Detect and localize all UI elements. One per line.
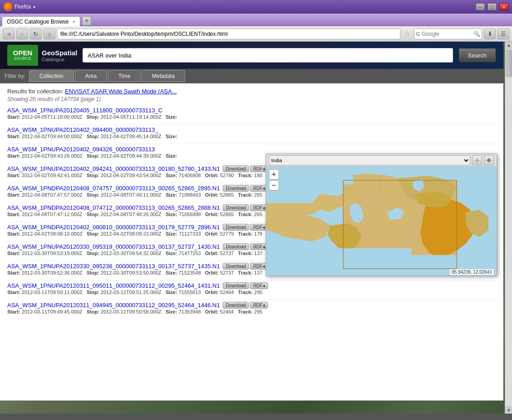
result-link-4[interactable]: ASA_WSM_1PNUPA20120402_094241_0000007331… <box>7 165 220 172</box>
divider-10 <box>7 299 496 300</box>
reload-button[interactable]: ↻ <box>30 29 42 39</box>
close-button[interactable]: × <box>499 3 508 10</box>
result-link-8[interactable]: ASA_WSM_1PNUPA20120330_095319_0000007331… <box>7 243 220 250</box>
divider-9 <box>7 280 496 280</box>
rdf-button-8[interactable]: RDF◂ <box>250 243 268 250</box>
scrollbar-down-arrow[interactable]: ▼ <box>505 406 512 414</box>
logo-catalogue: Catalogue <box>42 57 77 62</box>
zoom-in-button[interactable]: + <box>269 169 279 179</box>
collection-link[interactable]: ENVISAT ASAR Wide Swath Mode (ASA... <box>65 88 177 95</box>
site-header: OPEN SOURCE GeoSpatial Catalogue Search <box>0 42 503 69</box>
map-tool-pan-icon[interactable]: ✥ <box>484 155 494 165</box>
stop-label-1: Stop: <box>87 114 99 120</box>
download-button-9[interactable]: Download <box>223 263 249 270</box>
browser-titlebar: Firefox ▾ – □ × <box>0 0 512 14</box>
result-link-10[interactable]: ASA_WSM_1PNUPA20120311_095011_0000007331… <box>7 282 220 289</box>
download-button-10[interactable]: Download <box>223 282 249 289</box>
scrollbar-track[interactable]: ▲ ▼ <box>505 42 512 414</box>
result-item-11: ASA_WSM_1PNUPA20120311_094945_0000007331… <box>7 302 496 314</box>
tab-bar: OSGC Catalogue Browse × + <box>0 14 512 26</box>
map-location-select[interactable]: India <box>269 155 470 165</box>
zoom-controls: + – <box>269 169 279 190</box>
map-toolbar: India ⊹ ✥ <box>266 154 497 167</box>
result-link-3[interactable]: ASA_WSM_1PNUPA20120402_094326_0000007331… <box>7 146 155 153</box>
filter-bar: Filter by: Collection Area Time Metadata <box>0 69 503 83</box>
result-link-5[interactable]: ASA_WSM_1PNDPA20120408_074757_0000007331… <box>7 185 220 192</box>
back-button[interactable]: ◂ <box>3 29 15 39</box>
rdf-button-4[interactable]: RDF◂ <box>250 165 268 172</box>
firefox-dropdown[interactable]: ▾ <box>33 5 35 10</box>
result-link-11[interactable]: ASA_WSM_1PNUPA20120311_094945_0000007331… <box>7 302 220 309</box>
filter-label: Filter by: <box>5 73 25 79</box>
bookmark-icon[interactable]: ☆ <box>402 29 412 39</box>
logo-source: SOURCE <box>14 57 32 61</box>
site-search-button[interactable]: Search <box>458 48 496 63</box>
zoom-out-button[interactable]: – <box>269 180 279 190</box>
download-button-7[interactable]: Download <box>223 224 249 231</box>
rdf-button-9[interactable]: RDF◂ <box>250 263 268 270</box>
result-link-2[interactable]: ASA_WSM_1PNUPA20120402_094400_0000007331… <box>7 126 158 133</box>
rdf-button-6[interactable]: RDF◂ <box>250 204 268 211</box>
firefox-label: Firefox <box>15 4 31 10</box>
result-meta-10: Start: 2012-03-11T09:50:11.000Z Stop: 20… <box>7 290 496 295</box>
download-button-11[interactable]: Download <box>223 302 249 309</box>
result-meta-11: Start: 2012-03-11T09:49:45.000Z Stop: 20… <box>7 309 496 314</box>
forward-button[interactable]: ▸ <box>16 29 28 39</box>
tab-label: OSGC Catalogue Browse <box>7 19 69 25</box>
search-engine-icon: G <box>416 31 420 37</box>
url-input[interactable] <box>57 29 400 39</box>
nav-bar: ◂ ▸ ↻ ⌂ ☆ G 🔍 ⬇ ☰ <box>0 26 512 42</box>
scrollbar-up-arrow[interactable]: ▲ <box>505 42 512 49</box>
results-prefix: Results for collection: <box>7 88 63 95</box>
logo-geospatial: GeoSpatial <box>42 49 77 57</box>
browser-search-input[interactable] <box>414 29 482 39</box>
new-tab-button[interactable]: + <box>82 16 91 25</box>
result-meta-1: Start: 2012-04-05T11:18:00.000Z Stop: 20… <box>7 114 496 120</box>
logo-box: OPEN SOURCE <box>7 45 38 66</box>
home-button[interactable]: ⌂ <box>44 29 55 39</box>
rdf-button-10[interactable]: RDF◂ <box>250 282 268 289</box>
restore-button[interactable]: □ <box>488 3 497 10</box>
download-button-8[interactable]: Download <box>223 243 249 250</box>
logo-container: OPEN SOURCE GeoSpatial Catalogue <box>7 45 77 66</box>
tab-collection[interactable]: Collection <box>29 70 74 82</box>
active-tab[interactable]: OSGC Catalogue Browse × <box>2 16 80 26</box>
results-showing: Showing 20 results of 147704 (page 1) <box>7 96 496 102</box>
results-area: Results for collection: ENVISAT ASAR Wid… <box>0 83 503 401</box>
site-search-input[interactable] <box>83 48 453 63</box>
download-button-5[interactable]: Download <box>223 185 249 192</box>
logo-open: OPEN <box>13 49 33 57</box>
divider-2 <box>7 144 496 144</box>
download-button-4[interactable]: Download <box>223 165 249 172</box>
rdf-button-7[interactable]: RDF◂ <box>250 224 268 231</box>
result-link-7[interactable]: ASA_WSM_1PNDPA20120402_080810_0000007331… <box>7 224 220 231</box>
map-body[interactable]: + – 85.94239, 12.02641 <box>266 167 497 276</box>
rdf-button-11[interactable]: RDF◂ <box>250 302 268 309</box>
tab-close-icon[interactable]: × <box>73 19 75 24</box>
svg-rect-3 <box>266 248 411 276</box>
size-label-1: Size: <box>166 114 177 120</box>
result-meta-2: Start: 2012-04-02T09:44:00.000Z Stop: 20… <box>7 134 496 139</box>
map-tool-select-icon[interactable]: ⊹ <box>472 155 482 165</box>
map-coordinates: 85.94239, 12.02641 <box>450 269 494 275</box>
result-link-6[interactable]: ASA_WSM_1PNDPA20120408_074712_0000007331… <box>7 204 220 211</box>
browser-search-icon[interactable]: 🔍 <box>473 31 480 37</box>
scrollbar-thumb[interactable] <box>506 50 512 77</box>
download-button-6[interactable]: Download <box>223 204 249 211</box>
page-wrapper: OPEN SOURCE GeoSpatial Catalogue Search … <box>0 42 503 414</box>
logo-text: GeoSpatial Catalogue <box>42 49 77 62</box>
tab-area[interactable]: Area <box>75 70 107 82</box>
menu-button[interactable]: ☰ <box>497 29 509 39</box>
content-area: OPEN SOURCE GeoSpatial Catalogue Search … <box>0 42 512 414</box>
firefox-logo: Firefox ▾ <box>4 2 35 11</box>
result-link-9[interactable]: ASA_WSM_1PNUPA20120330_095236_0000007331… <box>7 263 220 270</box>
result-item-1: ASA_WSM_1PNUPA20120405_111800_0000007331… <box>7 107 496 120</box>
tab-time[interactable]: Time <box>108 70 141 82</box>
result-item-10: ASA_WSM_1PNUPA20120311_095011_0000007331… <box>7 282 496 295</box>
tab-metadata[interactable]: Metadata <box>141 70 185 82</box>
minimize-button[interactable]: – <box>476 3 485 10</box>
downloads-button[interactable]: ⬇ <box>484 29 496 39</box>
result-link-1[interactable]: ASA_WSM_1PNUPA20120405_111800_0000007331… <box>7 107 162 114</box>
result-item-2: ASA_WSM_1PNUPA20120402_094400_0000007331… <box>7 126 496 139</box>
rdf-button-5[interactable]: RDF◂ <box>250 185 268 192</box>
